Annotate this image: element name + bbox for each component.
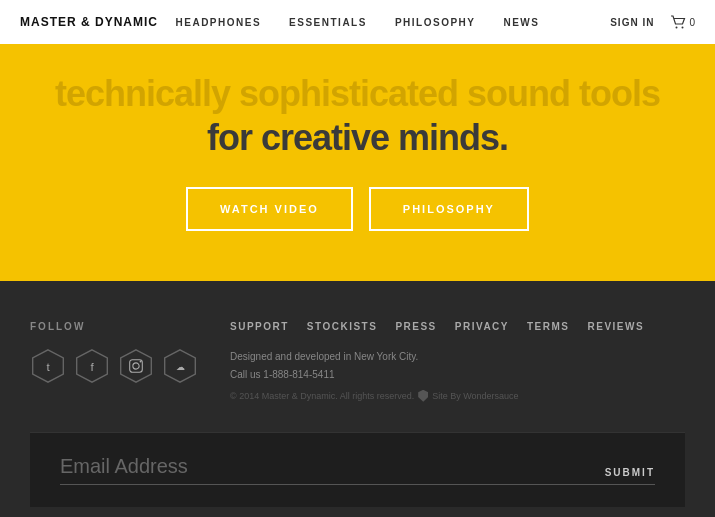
footer-top: FOLLOW t f bbox=[30, 321, 685, 402]
copyright-text: © 2014 Master & Dynamic. All rights rese… bbox=[230, 391, 414, 401]
soundcloud-icon[interactable]: ☁ bbox=[162, 348, 198, 384]
header: MASTER & DYNAMIC HEADPHONES ESSENTIALS P… bbox=[0, 0, 715, 44]
nav-headphones[interactable]: HEADPHONES bbox=[176, 17, 262, 28]
site-by: Site By Wondersauce bbox=[432, 391, 518, 401]
svg-point-8 bbox=[133, 363, 139, 369]
svg-text:☁: ☁ bbox=[176, 361, 185, 371]
shield-icon bbox=[418, 390, 428, 402]
svg-point-1 bbox=[682, 27, 684, 29]
svg-point-9 bbox=[140, 360, 142, 362]
twitter-icon[interactable]: t bbox=[30, 348, 66, 384]
svg-text:f: f bbox=[90, 359, 94, 372]
email-section: SUBMIT bbox=[30, 432, 685, 507]
footer-link-press[interactable]: PRESS bbox=[395, 321, 436, 332]
footer-info: Designed and developed in New York City.… bbox=[230, 348, 685, 384]
follow-label: FOLLOW bbox=[30, 321, 230, 332]
logo: MASTER & DYNAMIC bbox=[20, 15, 158, 29]
svg-marker-6 bbox=[121, 350, 152, 382]
main-nav: HEADPHONES ESSENTIALS PHILOSOPHY NEWS bbox=[176, 17, 540, 28]
nav-news[interactable]: NEWS bbox=[503, 17, 539, 28]
hero-buttons: WATCH VIDEO PHILOSOPHY bbox=[186, 187, 529, 231]
email-input[interactable] bbox=[60, 455, 589, 478]
footer: FOLLOW t f bbox=[0, 281, 715, 507]
signin-link[interactable]: SIGN IN bbox=[610, 17, 654, 28]
footer-info-line2: Call us 1-888-814-5411 bbox=[230, 366, 685, 384]
cart-count: 0 bbox=[689, 17, 695, 28]
social-icons: t f bbox=[30, 348, 230, 384]
nav-essentials[interactable]: ESSENTIALS bbox=[289, 17, 367, 28]
hero-tagline-top: technically sophisticated sound tools bbox=[55, 74, 660, 114]
nav-philosophy[interactable]: PHILOSOPHY bbox=[395, 17, 476, 28]
facebook-icon[interactable]: f bbox=[74, 348, 110, 384]
header-right: SIGN IN 0 bbox=[610, 15, 695, 29]
hero-section: technically sophisticated sound tools fo… bbox=[0, 44, 715, 281]
footer-copyright: © 2014 Master & Dynamic. All rights rese… bbox=[230, 390, 685, 402]
footer-info-line1: Designed and developed in New York City. bbox=[230, 348, 685, 366]
philosophy-button[interactable]: PHILOSOPHY bbox=[369, 187, 529, 231]
svg-text:t: t bbox=[46, 359, 50, 372]
footer-right: SUPPORT STOCKISTS PRESS PRIVACY TERMS RE… bbox=[230, 321, 685, 402]
footer-link-terms[interactable]: TERMS bbox=[527, 321, 570, 332]
watch-video-button[interactable]: WATCH VIDEO bbox=[186, 187, 353, 231]
footer-link-privacy[interactable]: PRIVACY bbox=[455, 321, 509, 332]
footer-link-reviews[interactable]: REVIEWS bbox=[588, 321, 645, 332]
email-input-wrap bbox=[60, 455, 589, 485]
instagram-icon[interactable] bbox=[118, 348, 154, 384]
svg-point-0 bbox=[676, 27, 678, 29]
footer-link-support[interactable]: SUPPORT bbox=[230, 321, 289, 332]
footer-links: SUPPORT STOCKISTS PRESS PRIVACY TERMS RE… bbox=[230, 321, 685, 332]
cart-icon[interactable]: 0 bbox=[670, 15, 695, 29]
footer-left: FOLLOW t f bbox=[30, 321, 230, 402]
hero-tagline-bottom: for creative minds. bbox=[207, 116, 508, 159]
footer-link-stockists[interactable]: STOCKISTS bbox=[307, 321, 378, 332]
submit-button[interactable]: SUBMIT bbox=[589, 467, 655, 485]
